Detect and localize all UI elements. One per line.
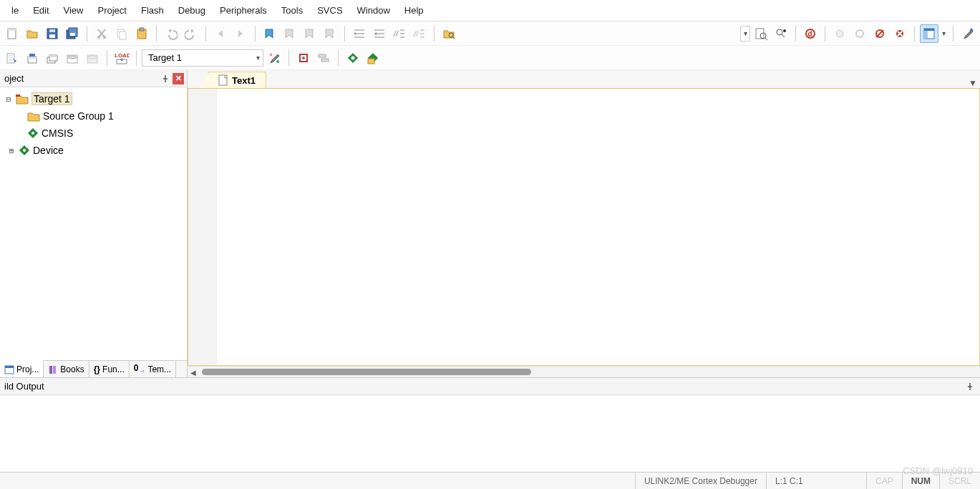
editor-tab-text1[interactable]: Text1: [208, 72, 266, 88]
breakpoint-enable-button[interactable]: [850, 24, 869, 43]
tab-books[interactable]: Books: [44, 361, 89, 377]
copy-button[interactable]: [112, 24, 131, 43]
tab-label: Text1: [232, 75, 256, 86]
svg-point-23: [836, 30, 843, 37]
stop-build-button[interactable]: [83, 49, 102, 67]
open-file-button[interactable]: [23, 24, 42, 43]
target-select[interactable]: Target 1 ▾: [142, 49, 263, 67]
svg-rect-49: [321, 59, 329, 62]
expand-icon[interactable]: ⊞: [7, 146, 16, 155]
menu-flash[interactable]: Flash: [134, 2, 171, 19]
svg-rect-63: [219, 75, 227, 85]
manage-rte-button[interactable]: [344, 49, 362, 67]
svg-point-19: [777, 29, 782, 35]
tree-device[interactable]: ⊞ Device: [1, 142, 185, 159]
incremental-find-button[interactable]: [772, 24, 790, 43]
svg-rect-33: [28, 57, 37, 59]
save-button[interactable]: [43, 24, 62, 43]
menu-file[interactable]: le: [4, 2, 26, 19]
editor-body[interactable]: [188, 89, 980, 366]
menu-debug[interactable]: Debug: [171, 2, 213, 19]
build-button[interactable]: [23, 49, 42, 67]
bookmark-clear-button[interactable]: [321, 24, 339, 43]
menu-edit[interactable]: Edit: [26, 2, 56, 19]
tab-dropdown-icon[interactable]: ▼: [969, 78, 977, 88]
build-output-body[interactable]: [0, 395, 980, 474]
bookmark-toggle-button[interactable]: [261, 24, 279, 43]
dropdown-icon[interactable]: ▾: [940, 29, 948, 37]
svg-rect-61: [49, 366, 52, 374]
file-extensions-button[interactable]: [294, 49, 313, 67]
editor-gutter: [188, 89, 217, 365]
expand-icon[interactable]: ⊟: [4, 95, 13, 104]
breakpoint-insert-button[interactable]: [830, 24, 849, 43]
download-button[interactable]: LOAD: [112, 49, 131, 67]
project-pane: oject ✕ ⊟ Target 1 Source Group 1: [0, 70, 188, 377]
undo-button[interactable]: [162, 24, 180, 43]
find-button[interactable]: [752, 24, 770, 43]
project-window-button[interactable]: [920, 24, 938, 43]
comment-button[interactable]: //: [390, 24, 409, 43]
build-batch-button[interactable]: [63, 49, 82, 67]
debug-button[interactable]: d: [801, 24, 820, 43]
breakpoint-kill-all-button[interactable]: [891, 24, 909, 43]
options-target-button[interactable]: [265, 49, 283, 67]
outdent-button[interactable]: [370, 24, 389, 43]
editor-hscrollbar[interactable]: ◀: [188, 366, 980, 377]
configure-button[interactable]: [959, 24, 977, 43]
tree-target-root[interactable]: ⊟ Target 1: [1, 90, 185, 107]
close-pane-button[interactable]: ✕: [173, 73, 184, 84]
menu-window[interactable]: Window: [350, 2, 397, 19]
svg-rect-4: [49, 29, 55, 32]
tab-templates[interactable]: 0→ Tem...: [130, 361, 176, 377]
pin-icon[interactable]: [160, 73, 171, 84]
menu-project[interactable]: Project: [90, 2, 133, 19]
breakpoint-disable-all-button[interactable]: [870, 24, 889, 43]
svg-point-58: [23, 149, 26, 152]
tab-project[interactable]: Proj...: [0, 360, 44, 377]
nav-back-button[interactable]: [211, 24, 230, 43]
pin-icon[interactable]: [964, 381, 976, 392]
project-tree[interactable]: ⊟ Target 1 Source Group 1 CMSIS ⊞ Device: [0, 87, 187, 360]
editor-text-area[interactable]: [217, 89, 979, 365]
rebuild-button[interactable]: [43, 49, 62, 67]
scroll-thumb[interactable]: [202, 369, 531, 375]
tab-functions[interactable]: {} Fun...: [89, 361, 130, 377]
select-packs-button[interactable]: [364, 49, 382, 67]
chevron-down-icon: ▾: [256, 54, 260, 62]
scroll-left-icon[interactable]: ◀: [188, 367, 198, 377]
svg-rect-1: [8, 29, 16, 31]
bookmark-prev-button[interactable]: [281, 24, 299, 43]
translate-button[interactable]: [3, 49, 21, 67]
svg-rect-17: [756, 29, 764, 39]
status-debugger: ULINK2/ME Cortex Debugger: [635, 473, 766, 489]
status-bar: ULINK2/ME Cortex Debugger L:1 C:1 CAP NU…: [0, 472, 980, 489]
svg-point-47: [302, 57, 305, 59]
diamond-icon: [27, 127, 39, 139]
tab-label: Tem...: [147, 364, 171, 374]
svg-rect-53: [368, 59, 374, 64]
tree-cmsis[interactable]: CMSIS: [1, 125, 185, 142]
menu-help[interactable]: Help: [397, 2, 431, 19]
tree-source-group[interactable]: Source Group 1: [1, 107, 185, 125]
cut-button[interactable]: [92, 24, 111, 43]
bookmark-next-button[interactable]: [301, 24, 319, 43]
uncomment-button[interactable]: //: [410, 24, 429, 43]
redo-button[interactable]: [182, 24, 200, 43]
menu-view[interactable]: View: [57, 2, 91, 19]
project-tab-icon: [4, 364, 14, 374]
menu-peripherals[interactable]: Peripherals: [213, 2, 274, 19]
menu-svcs[interactable]: SVCS: [310, 2, 349, 19]
paste-button[interactable]: [132, 24, 151, 43]
svg-rect-60: [5, 366, 14, 368]
find-in-files-button[interactable]: [440, 24, 458, 43]
indent-button[interactable]: [350, 24, 369, 43]
menu-tools[interactable]: Tools: [274, 2, 310, 19]
nav-forward-button[interactable]: [231, 24, 250, 43]
find-dropdown[interactable]: ▾: [740, 26, 750, 42]
save-all-button[interactable]: [63, 24, 82, 43]
file-icon: [218, 74, 228, 86]
svg-point-39: [68, 56, 77, 59]
new-file-button[interactable]: [3, 24, 21, 43]
manage-multi-project-button[interactable]: [314, 49, 333, 67]
